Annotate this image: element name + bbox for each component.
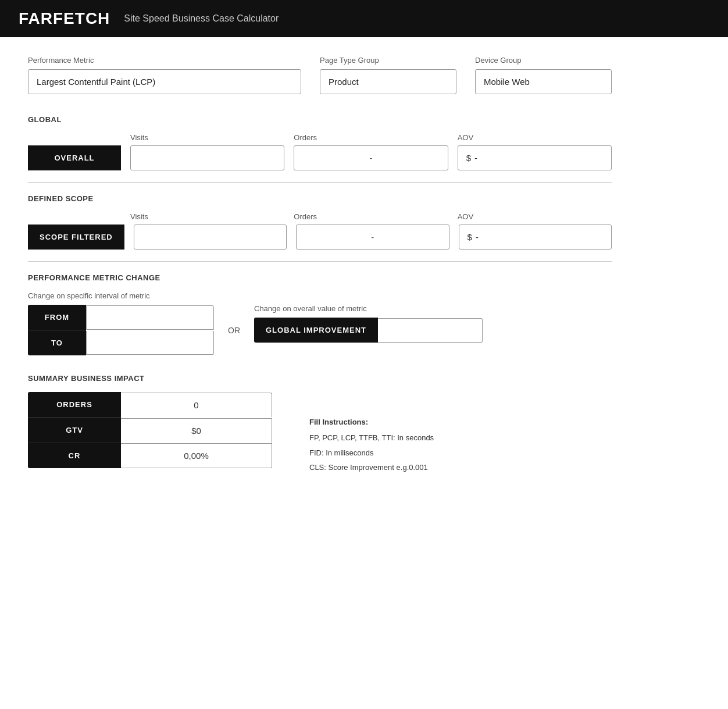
global-orders-header: Orders	[294, 133, 448, 142]
to-row: TO	[28, 330, 214, 355]
to-button[interactable]: TO	[28, 330, 86, 355]
scope-orders-col: -	[296, 225, 449, 250]
overall-button[interactable]: OVERALL	[28, 145, 121, 170]
scope-aov-header: AOV	[458, 212, 612, 221]
scope-aov-col: $ -	[459, 225, 612, 250]
global-visits-input[interactable]	[130, 145, 284, 170]
global-improvement-input[interactable]	[378, 318, 483, 343]
global-visits-header: Visits	[130, 133, 284, 142]
global-section: GLOBAL Visits Orders AOV OVERALL - $ -	[28, 115, 612, 170]
global-improvement-group: GLOBAL IMPROVEMENT	[254, 318, 483, 343]
instructions-box: Fill Instructions: FP, PCP, LCP, TTFB, T…	[309, 415, 434, 476]
cr-label: CR	[28, 443, 121, 468]
page-type-group-label: Page Type Group	[320, 56, 456, 65]
orders-label: ORDERS	[28, 392, 121, 418]
scope-orders-display: -	[296, 225, 449, 250]
cr-value: 0,00%	[121, 443, 272, 468]
orders-row: ORDERS 0	[28, 392, 272, 418]
logo: FARFETCH	[19, 9, 110, 28]
device-group-label: Device Group	[475, 56, 612, 65]
global-aov-display: $ -	[458, 145, 612, 170]
global-aov-col: $ -	[458, 145, 612, 170]
scope-aov-currency: $	[468, 232, 472, 242]
device-group-input[interactable]	[475, 69, 612, 94]
divider-2	[28, 261, 612, 262]
header: FARFETCH Site Speed Business Case Calcul…	[0, 0, 728, 37]
global-orders-col: -	[294, 145, 448, 170]
global-aov-value: -	[474, 153, 477, 163]
global-improvement-area: Change on overall value of metric GLOBAL…	[254, 304, 483, 343]
scope-filtered-button[interactable]: SCOPE FILTERED	[28, 225, 124, 250]
bottom-row: ORDERS 0 GTV $0 CR 0,00% Fill Instructio…	[28, 392, 612, 476]
global-col-headers: Visits Orders AOV	[130, 133, 612, 145]
device-group-field: Device Group	[475, 56, 612, 94]
change-overall-label: Change on overall value of metric	[254, 304, 483, 313]
global-visits-col	[130, 145, 284, 170]
instruction-line-1: FP, PCP, LCP, TTFB, TTI: In seconds	[309, 431, 434, 444]
perf-metric-change-section: PERFORMANCE METRIC CHANGE Change on spec…	[28, 273, 612, 355]
main-content: Performance Metric Page Type Group Devic…	[0, 37, 640, 513]
from-to-group: FROM TO	[28, 305, 214, 355]
gtv-value: $0	[121, 418, 272, 443]
global-inputs: - $ -	[130, 145, 612, 170]
from-row: FROM	[28, 305, 214, 330]
perf-metric-change-header: PERFORMANCE METRIC CHANGE	[28, 273, 612, 282]
scope-aov-value: -	[476, 232, 479, 242]
page-type-group-input[interactable]	[320, 69, 456, 94]
from-input[interactable]	[86, 305, 214, 330]
orders-value: 0	[121, 393, 272, 417]
or-label: OR	[228, 326, 240, 335]
defined-scope-section: DEFINED SCOPE Visits Orders AOV SCOPE FI…	[28, 194, 612, 250]
scope-inputs: - $ -	[134, 225, 612, 250]
scope-visits-header: Visits	[130, 212, 284, 221]
global-section-header: GLOBAL	[28, 115, 612, 124]
change-interval-label: Change on specific interval of metric	[28, 291, 214, 300]
page-type-group-field: Page Type Group	[320, 56, 456, 94]
scope-aov-display: $ -	[459, 225, 612, 250]
top-row: Performance Metric Page Type Group Devic…	[28, 56, 612, 94]
global-overall-row: OVERALL - $ -	[28, 145, 612, 170]
scope-visits-col	[134, 225, 287, 250]
to-input[interactable]	[86, 331, 214, 355]
instruction-line-3: CLS: Score Improvement e.g.0.001	[309, 461, 434, 474]
instruction-line-2: FID: In miliseconds	[309, 446, 434, 459]
gtv-label: GTV	[28, 418, 121, 443]
cr-row: CR 0,00%	[28, 443, 272, 468]
instructions-title: Fill Instructions:	[309, 415, 434, 429]
scope-col-headers: Visits Orders AOV	[130, 212, 612, 225]
performance-metric-field: Performance Metric	[28, 56, 301, 94]
performance-metric-input[interactable]	[28, 69, 301, 94]
summary-section-header: SUMMARY BUSINESS IMPACT	[28, 374, 612, 383]
gtv-row: GTV $0	[28, 418, 272, 443]
global-aov-header: AOV	[458, 133, 612, 142]
defined-scope-header: DEFINED SCOPE	[28, 194, 612, 203]
scope-filtered-row: SCOPE FILTERED - $ -	[28, 225, 612, 250]
from-to-area: Change on specific interval of metric FR…	[28, 291, 214, 355]
divider-1	[28, 182, 612, 183]
summary-section: SUMMARY BUSINESS IMPACT ORDERS 0 GTV $0 …	[28, 374, 612, 476]
scope-orders-header: Orders	[294, 212, 448, 221]
scope-visits-input[interactable]	[134, 225, 287, 250]
global-improvement-button[interactable]: GLOBAL IMPROVEMENT	[254, 318, 378, 343]
summary-table: ORDERS 0 GTV $0 CR 0,00%	[28, 392, 272, 468]
perf-metric-row: Change on specific interval of metric FR…	[28, 291, 612, 355]
global-orders-display: -	[294, 145, 448, 170]
header-title: Site Speed Business Case Calculator	[124, 13, 279, 24]
global-aov-currency: $	[466, 153, 471, 163]
from-button[interactable]: FROM	[28, 305, 86, 330]
performance-metric-label: Performance Metric	[28, 56, 301, 65]
